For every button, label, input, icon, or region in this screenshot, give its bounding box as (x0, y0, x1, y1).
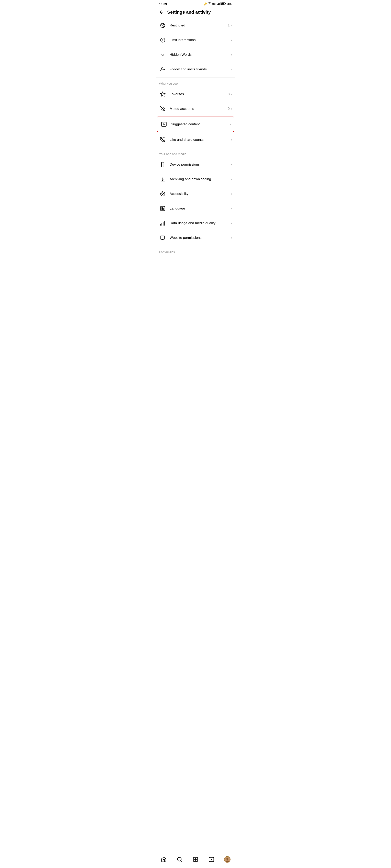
what-you-see-label: What you see (156, 79, 235, 87)
svg-rect-1 (218, 4, 218, 5)
svg-rect-4 (220, 2, 221, 5)
for-families-label: For families (156, 247, 235, 255)
restricted-item[interactable]: Restricted 1 › (156, 18, 235, 33)
svg-rect-7 (222, 3, 224, 4)
limit-interactions-label: Limit interactions (170, 38, 231, 42)
svg-point-24 (163, 166, 163, 166)
hidden-words-label: Hidden Words (170, 53, 231, 57)
website-permissions-icon (159, 234, 166, 242)
svg-marker-18 (160, 92, 165, 96)
language-item[interactable]: Language › (156, 201, 235, 216)
restricted-label: Restricted (170, 23, 228, 27)
website-permissions-chevron: › (231, 236, 232, 240)
svg-point-15 (162, 67, 163, 69)
data-usage-chevron: › (231, 221, 232, 225)
time: 10:09 (159, 2, 167, 6)
archiving-downloading-icon (159, 176, 166, 183)
suggested-content-icon (160, 121, 168, 128)
svg-rect-23 (162, 162, 164, 167)
device-permissions-icon (159, 161, 166, 168)
svg-line-9 (161, 24, 165, 27)
language-chevron: › (231, 207, 232, 210)
suggested-content-item[interactable]: Suggested content › (157, 117, 234, 132)
favorites-count: 8 (228, 92, 229, 96)
muted-accounts-count: 0 (228, 107, 229, 111)
back-button[interactable] (159, 10, 164, 14)
archiving-downloading-chevron: › (231, 177, 232, 181)
limit-interactions-chevron: › (231, 38, 232, 42)
data-usage-label: Data usage and media quality (170, 221, 231, 225)
settings-list: Restricted 1 › Limit interactions › Aa H… (156, 18, 235, 272)
wifi-icon (208, 2, 211, 6)
svg-rect-6 (225, 3, 226, 4)
hidden-words-icon: Aa (159, 51, 166, 58)
favorites-label: Favorites (170, 92, 228, 96)
key-icon: 🔑 (204, 2, 207, 5)
archiving-downloading-label: Archiving and downloading (170, 177, 231, 181)
like-share-counts-item[interactable]: Like and share counts › (156, 132, 235, 147)
svg-rect-33 (163, 222, 164, 225)
muted-accounts-item[interactable]: Muted accounts 0 › (156, 101, 235, 116)
svg-line-29 (163, 194, 163, 195)
limit-interactions-icon (159, 36, 166, 44)
svg-marker-21 (164, 123, 165, 125)
website-permissions-item[interactable]: Website permissions › (156, 230, 235, 245)
svg-rect-3 (219, 3, 220, 5)
page-header: Settings and activity (156, 7, 235, 18)
svg-rect-31 (160, 224, 161, 226)
limit-interactions-item[interactable]: Limit interactions › (156, 33, 235, 48)
archiving-downloading-item[interactable]: Archiving and downloading › (156, 172, 235, 187)
data-usage-icon (159, 219, 166, 227)
favorites-icon (159, 91, 166, 98)
restricted-chevron: › (231, 24, 232, 27)
like-share-counts-label: Like and share counts (170, 138, 231, 142)
device-permissions-label: Device permissions (170, 162, 231, 166)
device-permissions-chevron: › (231, 163, 232, 166)
svg-point-10 (162, 24, 164, 25)
language-label: Language (170, 207, 231, 211)
svg-rect-35 (160, 236, 165, 239)
svg-point-13 (163, 41, 163, 41)
muted-accounts-chevron: › (231, 107, 232, 111)
svg-point-0 (209, 3, 210, 4)
accessibility-item[interactable]: Accessibility › (156, 187, 235, 201)
svg-rect-34 (164, 221, 165, 226)
app-and-media-label: Your app and media (156, 149, 235, 157)
data-usage-item[interactable]: Data usage and media quality › (156, 216, 235, 230)
svg-text:Aa: Aa (161, 53, 165, 57)
hidden-words-chevron: › (231, 53, 232, 57)
accessibility-label: Accessibility (170, 192, 231, 196)
svg-rect-2 (218, 3, 219, 5)
like-share-counts-icon (159, 136, 166, 144)
signal-bars-icon (217, 2, 221, 6)
battery-icon (221, 2, 226, 6)
language-icon (159, 205, 166, 212)
follow-invite-item[interactable]: Follow and invite friends › (156, 62, 235, 77)
follow-invite-label: Follow and invite friends (170, 67, 231, 71)
accessibility-chevron: › (231, 192, 232, 196)
follow-invite-icon (159, 66, 166, 73)
signal-label: 4G+ (212, 3, 217, 5)
suggested-content-chevron: › (230, 122, 231, 126)
restricted-icon (159, 22, 166, 29)
svg-rect-32 (162, 223, 162, 226)
restricted-count: 1 (228, 23, 229, 27)
suggested-content-label: Suggested content (171, 122, 230, 126)
favorites-chevron: › (231, 92, 232, 96)
accessibility-icon (159, 190, 166, 197)
follow-invite-chevron: › (231, 67, 232, 71)
status-icons: 🔑 4G+ 58% (204, 2, 232, 6)
hidden-words-item[interactable]: Aa Hidden Words › (156, 48, 235, 62)
page-title: Settings and activity (167, 9, 211, 15)
like-share-counts-chevron: › (231, 138, 232, 142)
muted-accounts-icon (159, 105, 166, 113)
muted-accounts-label: Muted accounts (170, 107, 228, 111)
favorites-item[interactable]: Favorites 8 › (156, 87, 235, 101)
status-bar: 10:09 🔑 4G+ 58% (156, 0, 235, 7)
battery-percent: 58% (227, 2, 232, 5)
device-permissions-item[interactable]: Device permissions › (156, 157, 235, 172)
website-permissions-label: Website permissions (170, 236, 231, 240)
divider-1 (156, 78, 235, 78)
